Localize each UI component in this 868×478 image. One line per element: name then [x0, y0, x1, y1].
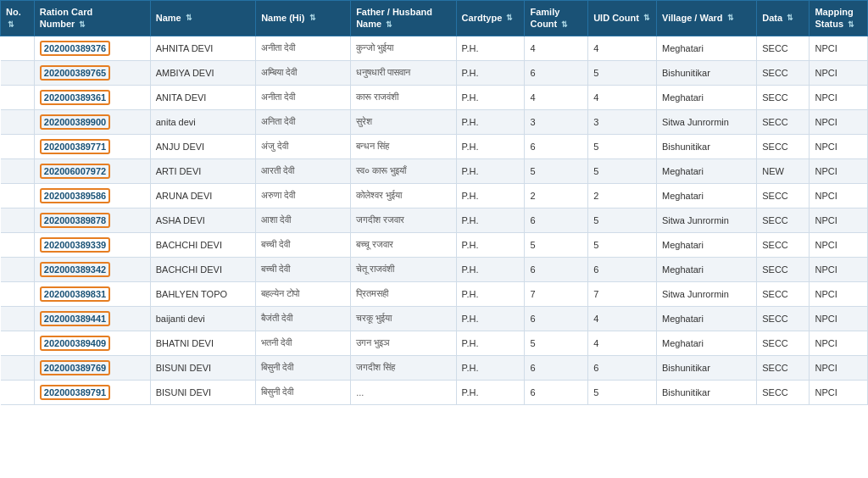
cell-name: ANJU DEVI [150, 134, 255, 158]
cell-father-hindi: कोलेश्वर भुईया [356, 190, 402, 200]
cell-ration: 202000389409 [34, 331, 150, 355]
cell-nameh: अनीता देवी [256, 85, 351, 109]
cell-mapp: NPCI [810, 208, 868, 232]
cell-father-hindi: कारू राजवंशी [356, 92, 398, 102]
table-row: 202000389441baijanti deviबैजंती देवीचरकू… [1, 306, 868, 331]
table-row: 202000389376AHNITA DEVIअनीता देवीकुन्जो … [1, 36, 868, 60]
table-row: 202000389878ASHA DEVIआशा देवीजगदीश रजवार… [1, 208, 868, 232]
cell-data: SECC [757, 257, 810, 281]
cell-uid: 5 [588, 380, 657, 404]
cell-cardtype: P.H. [456, 232, 525, 257]
cell-father-hindi: बन्धन सिंह [356, 141, 389, 151]
cell-village: Sitwa Junrormin [657, 208, 757, 232]
cell-mapp: NPCI [810, 183, 868, 208]
sort-icon-mapp: ⇅ [848, 20, 854, 31]
cell-mapp: NPCI [810, 257, 868, 281]
cell-cardtype: P.H. [456, 281, 525, 306]
cell-no [1, 281, 35, 306]
cell-mapp: NPCI [810, 109, 868, 134]
cell-village: Bishunitikar [657, 60, 757, 85]
cell-family: 6 [525, 257, 588, 281]
cell-nameh: आरती देवी [256, 158, 351, 183]
cell-father: प्रितमसही [351, 281, 456, 306]
ration-highlight-badge: 202000389831 [40, 286, 110, 302]
cell-family: 7 [525, 281, 588, 306]
cell-name: BISUNI DEVI [150, 355, 255, 380]
ration-highlight-badge: 202000389409 [40, 336, 110, 351]
table-row: 202000389831BAHLYEN TOPOबहल्येन टोपोप्रि… [1, 281, 868, 306]
cell-nameh-hindi: बिसुनी देवी [261, 386, 293, 397]
col-header-no[interactable]: No. ⇅ [1, 1, 35, 36]
cell-father: चरकू भुईया [351, 306, 456, 331]
cell-no [1, 380, 35, 404]
table-row: 202000389765AMBIYA DEVIअम्बिया देवीधनुषध… [1, 60, 868, 85]
cell-name: ASHA DEVI [150, 208, 255, 232]
cell-family: 4 [525, 85, 588, 109]
cell-father: बच्चू रजवार [351, 232, 456, 257]
cell-cardtype: P.H. [456, 208, 525, 232]
table-row: 202000389791BISUNI DEVIबिसुनी देवी...P.H… [1, 380, 868, 404]
cell-cardtype: P.H. [456, 380, 525, 404]
cell-data: SECC [757, 306, 810, 331]
cell-father-hindi: जगदीश रजवार [356, 214, 404, 225]
cell-ration: 202000389376 [34, 36, 150, 60]
cell-ration: 202000389765 [34, 60, 150, 85]
cell-village: Bishunitikar [657, 134, 757, 158]
col-header-father[interactable]: Father / Husband Name ⇅ [351, 1, 456, 36]
col-header-nameh[interactable]: Name (Hi) ⇅ [256, 1, 351, 36]
cell-uid: 2 [588, 183, 657, 208]
cell-cardtype: P.H. [456, 331, 525, 355]
cell-name: BACHCHI DEVI [150, 257, 255, 281]
cell-no [1, 134, 35, 158]
col-header-village[interactable]: Village / Ward ⇅ [657, 1, 757, 36]
cell-father-hindi: चरकू भुईया [356, 313, 392, 323]
cell-nameh-hindi: बिसुनी देवी [261, 362, 293, 372]
cell-uid: 4 [588, 85, 657, 109]
col-header-name[interactable]: Name ⇅ [150, 1, 255, 36]
table-row: 202000389771ANJU DEVIअंजु देवीबन्धन सिंह… [1, 134, 868, 158]
cell-family: 5 [525, 232, 588, 257]
cell-no [1, 183, 35, 208]
cell-family: 6 [525, 306, 588, 331]
cell-uid: 5 [588, 158, 657, 183]
cell-name: BACHCHI DEVI [150, 232, 255, 257]
data-table: No. ⇅ Ration Card Number ⇅ Name ⇅ Name (… [0, 0, 868, 405]
cell-nameh-hindi: बच्ची देवी [261, 264, 290, 274]
cell-ration: 202000389771 [34, 134, 150, 158]
cell-mapp: NPCI [810, 281, 868, 306]
ration-highlight-badge: 202000389342 [40, 262, 110, 277]
cell-ration: 202000389831 [34, 281, 150, 306]
cell-mapp: NPCI [810, 134, 868, 158]
col-header-mapp[interactable]: Mapping Status ⇅ [810, 1, 868, 36]
table-row: 202000389900anita deviअनिता देवीसुरेशP.H… [1, 109, 868, 134]
cell-nameh-hindi: बहल्येन टोपो [261, 288, 299, 298]
col-header-family[interactable]: Family Count ⇅ [525, 1, 588, 36]
cell-ration: 202000389791 [34, 380, 150, 404]
cell-mapp: NPCI [810, 355, 868, 380]
col-header-data[interactable]: Data ⇅ [757, 1, 810, 36]
ration-highlight-badge: 202000389339 [40, 237, 110, 253]
cell-no [1, 60, 35, 85]
cell-nameh: भतनी देवी [256, 331, 351, 355]
cell-nameh-hindi: अंजु देवी [261, 141, 288, 151]
col-header-cardtype[interactable]: Cardtype ⇅ [456, 1, 525, 36]
cell-village: Bishunitikar [657, 380, 757, 404]
cell-no [1, 355, 35, 380]
cell-ration: 202006007972 [34, 158, 150, 183]
cell-father-hindi: धनुषधारी पासवान [356, 67, 410, 77]
cell-mapp: NPCI [810, 158, 868, 183]
table-row: 202000389769BISUNI DEVIबिसुनी देवीजगदीश … [1, 355, 868, 380]
cell-village: Sitwa Junrormin [657, 109, 757, 134]
cell-data: SECC [757, 331, 810, 355]
cell-data: SECC [757, 134, 810, 158]
cell-cardtype: P.H. [456, 257, 525, 281]
ration-highlight-badge: 202000389586 [40, 188, 110, 203]
col-header-uid[interactable]: UID Count ⇅ [588, 1, 657, 36]
col-header-ration[interactable]: Ration Card Number ⇅ [34, 1, 150, 36]
cell-father-hindi: जगदीश सिंह [356, 362, 395, 372]
cell-family: 6 [525, 355, 588, 380]
cell-father: उगन भुइञ [351, 331, 456, 355]
cell-nameh: बैजंती देवी [256, 306, 351, 331]
cell-father: ... [351, 380, 456, 404]
cell-village: Meghatari [657, 85, 757, 109]
